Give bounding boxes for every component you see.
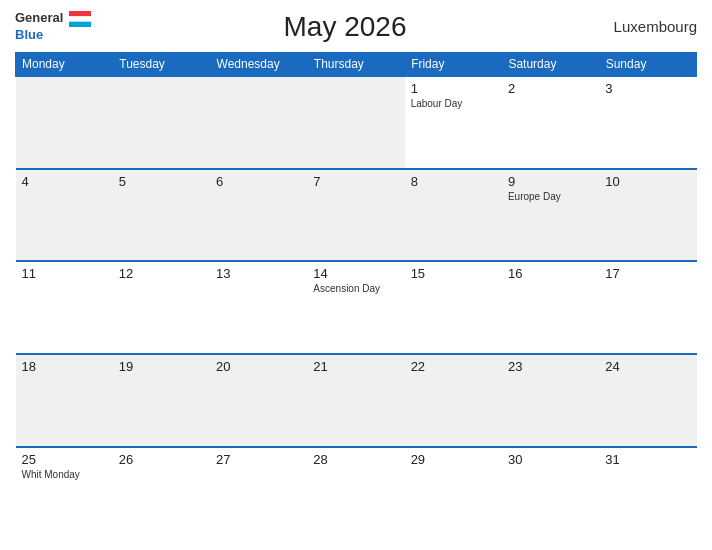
calendar-day-cell: 14Ascension Day — [307, 261, 404, 354]
day-number: 22 — [411, 359, 496, 374]
col-friday: Friday — [405, 52, 502, 76]
col-tuesday: Tuesday — [113, 52, 210, 76]
day-number: 24 — [605, 359, 690, 374]
day-number: 10 — [605, 174, 690, 189]
day-number: 5 — [119, 174, 204, 189]
day-number: 12 — [119, 266, 204, 281]
calendar-header: General Blue May 2026 Luxembourg — [15, 10, 697, 44]
calendar-day-cell: 11 — [16, 261, 113, 354]
calendar-week-row: 456789Europe Day10 — [16, 169, 697, 262]
col-monday: Monday — [16, 52, 113, 76]
day-number: 7 — [313, 174, 398, 189]
day-number: 30 — [508, 452, 593, 467]
calendar-day-cell: 12 — [113, 261, 210, 354]
calendar-day-cell: 13 — [210, 261, 307, 354]
calendar-day-cell: 16 — [502, 261, 599, 354]
day-number: 1 — [411, 81, 496, 96]
weekday-header-row: Monday Tuesday Wednesday Thursday Friday… — [16, 52, 697, 76]
day-number: 21 — [313, 359, 398, 374]
calendar-week-row: 1Labour Day23 — [16, 76, 697, 169]
calendar-day-cell: 19 — [113, 354, 210, 447]
logo: General Blue — [15, 10, 93, 44]
calendar-day-cell: 18 — [16, 354, 113, 447]
calendar-day-cell: 4 — [16, 169, 113, 262]
calendar-day-cell — [210, 76, 307, 169]
col-sunday: Sunday — [599, 52, 696, 76]
calendar-table: Monday Tuesday Wednesday Thursday Friday… — [15, 52, 697, 540]
day-number: 18 — [22, 359, 107, 374]
calendar-day-cell: 10 — [599, 169, 696, 262]
col-wednesday: Wednesday — [210, 52, 307, 76]
calendar-day-cell: 5 — [113, 169, 210, 262]
calendar-day-cell: 15 — [405, 261, 502, 354]
col-saturday: Saturday — [502, 52, 599, 76]
day-number: 3 — [605, 81, 690, 96]
calendar-day-cell: 29 — [405, 447, 502, 540]
calendar-page: General Blue May 2026 Luxembourg Monday … — [0, 0, 712, 550]
calendar-day-cell: 31 — [599, 447, 696, 540]
calendar-day-cell: 27 — [210, 447, 307, 540]
day-number: 13 — [216, 266, 301, 281]
holiday-label: Ascension Day — [313, 283, 398, 294]
svg-rect-1 — [69, 16, 91, 21]
day-number: 17 — [605, 266, 690, 281]
day-number: 2 — [508, 81, 593, 96]
day-number: 25 — [22, 452, 107, 467]
holiday-label: Labour Day — [411, 98, 496, 109]
day-number: 14 — [313, 266, 398, 281]
day-number: 31 — [605, 452, 690, 467]
calendar-day-cell: 30 — [502, 447, 599, 540]
col-thursday: Thursday — [307, 52, 404, 76]
calendar-day-cell: 7 — [307, 169, 404, 262]
calendar-day-cell: 3 — [599, 76, 696, 169]
day-number: 28 — [313, 452, 398, 467]
calendar-day-cell: 9Europe Day — [502, 169, 599, 262]
day-number: 20 — [216, 359, 301, 374]
logo-blue: Blue — [15, 27, 93, 44]
svg-rect-2 — [69, 21, 91, 26]
day-number: 6 — [216, 174, 301, 189]
calendar-day-cell: 24 — [599, 354, 696, 447]
luxembourg-flag-icon — [69, 11, 91, 27]
day-number: 4 — [22, 174, 107, 189]
day-number: 16 — [508, 266, 593, 281]
day-number: 26 — [119, 452, 204, 467]
calendar-day-cell — [307, 76, 404, 169]
calendar-week-row: 18192021222324 — [16, 354, 697, 447]
logo-general: General — [15, 10, 93, 27]
calendar-day-cell: 26 — [113, 447, 210, 540]
calendar-day-cell: 8 — [405, 169, 502, 262]
day-number: 19 — [119, 359, 204, 374]
calendar-day-cell: 1Labour Day — [405, 76, 502, 169]
calendar-day-cell: 28 — [307, 447, 404, 540]
calendar-day-cell: 17 — [599, 261, 696, 354]
day-number: 15 — [411, 266, 496, 281]
calendar-day-cell: 20 — [210, 354, 307, 447]
day-number: 23 — [508, 359, 593, 374]
calendar-day-cell: 21 — [307, 354, 404, 447]
day-number: 9 — [508, 174, 593, 189]
calendar-week-row: 11121314Ascension Day151617 — [16, 261, 697, 354]
calendar-title: May 2026 — [93, 11, 597, 43]
calendar-day-cell: 25Whit Monday — [16, 447, 113, 540]
holiday-label: Whit Monday — [22, 469, 107, 480]
day-number: 11 — [22, 266, 107, 281]
svg-rect-0 — [69, 11, 91, 16]
calendar-week-row: 25Whit Monday262728293031 — [16, 447, 697, 540]
calendar-day-cell: 6 — [210, 169, 307, 262]
holiday-label: Europe Day — [508, 191, 593, 202]
day-number: 27 — [216, 452, 301, 467]
calendar-day-cell: 22 — [405, 354, 502, 447]
calendar-day-cell: 2 — [502, 76, 599, 169]
calendar-day-cell — [113, 76, 210, 169]
day-number: 8 — [411, 174, 496, 189]
day-number: 29 — [411, 452, 496, 467]
calendar-day-cell: 23 — [502, 354, 599, 447]
country-label: Luxembourg — [597, 18, 697, 35]
calendar-day-cell — [16, 76, 113, 169]
